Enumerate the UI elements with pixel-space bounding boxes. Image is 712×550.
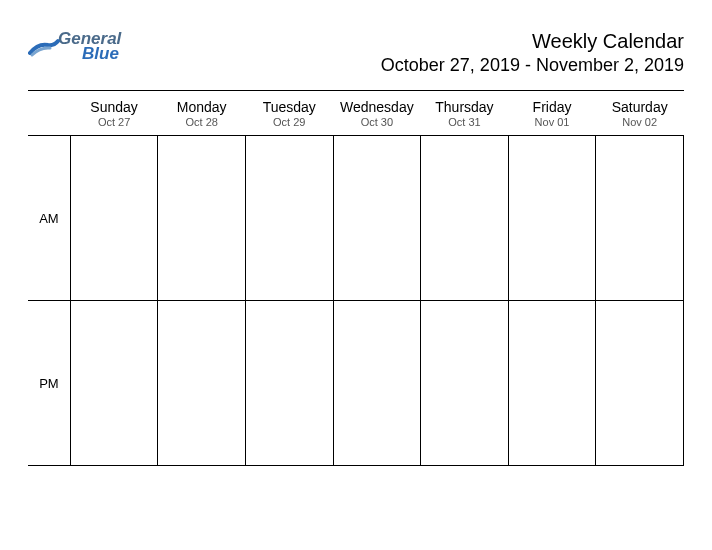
date-header-friday: Nov 01	[508, 116, 596, 136]
cell-monday-pm	[158, 301, 246, 466]
day-name-row: Sunday Monday Tuesday Wednesday Thursday…	[28, 91, 684, 117]
cell-tuesday-pm	[245, 301, 333, 466]
day-header-wednesday: Wednesday	[333, 91, 421, 117]
cell-tuesday-am	[245, 136, 333, 301]
day-header-monday: Monday	[158, 91, 246, 117]
cell-sunday-pm	[70, 301, 158, 466]
cell-thursday-pm	[421, 301, 509, 466]
logo-text: General Blue	[58, 30, 121, 62]
logo-swoosh-icon	[28, 35, 60, 59]
cell-saturday-am	[596, 136, 684, 301]
cell-friday-pm	[508, 301, 596, 466]
title-section: Weekly Calendar October 27, 2019 - Novem…	[381, 30, 684, 76]
date-header-wednesday: Oct 30	[333, 116, 421, 136]
cell-saturday-pm	[596, 301, 684, 466]
date-header-tuesday: Oct 29	[245, 116, 333, 136]
day-header-thursday: Thursday	[421, 91, 509, 117]
time-col-header	[28, 91, 70, 117]
cell-sunday-am	[70, 136, 158, 301]
day-header-sunday: Sunday	[70, 91, 158, 117]
logo-text-bottom: Blue	[82, 45, 121, 62]
logo: General Blue	[28, 30, 121, 62]
cell-wednesday-am	[333, 136, 421, 301]
am-row: AM	[28, 136, 684, 301]
pm-row: PM	[28, 301, 684, 466]
weekly-calendar-table: Sunday Monday Tuesday Wednesday Thursday…	[28, 90, 684, 466]
cell-thursday-am	[421, 136, 509, 301]
day-header-tuesday: Tuesday	[245, 91, 333, 117]
day-date-row: Oct 27 Oct 28 Oct 29 Oct 30 Oct 31 Nov 0…	[28, 116, 684, 136]
day-header-saturday: Saturday	[596, 91, 684, 117]
document-header: General Blue Weekly Calendar October 27,…	[28, 30, 684, 76]
date-header-monday: Oct 28	[158, 116, 246, 136]
time-label-am: AM	[28, 136, 70, 301]
date-header-saturday: Nov 02	[596, 116, 684, 136]
calendar-date-range: October 27, 2019 - November 2, 2019	[381, 55, 684, 76]
time-label-pm: PM	[28, 301, 70, 466]
date-header-thursday: Oct 31	[421, 116, 509, 136]
date-header-sunday: Oct 27	[70, 116, 158, 136]
cell-wednesday-pm	[333, 301, 421, 466]
calendar-title: Weekly Calendar	[381, 30, 684, 53]
time-col-spacer	[28, 116, 70, 136]
cell-monday-am	[158, 136, 246, 301]
day-header-friday: Friday	[508, 91, 596, 117]
cell-friday-am	[508, 136, 596, 301]
